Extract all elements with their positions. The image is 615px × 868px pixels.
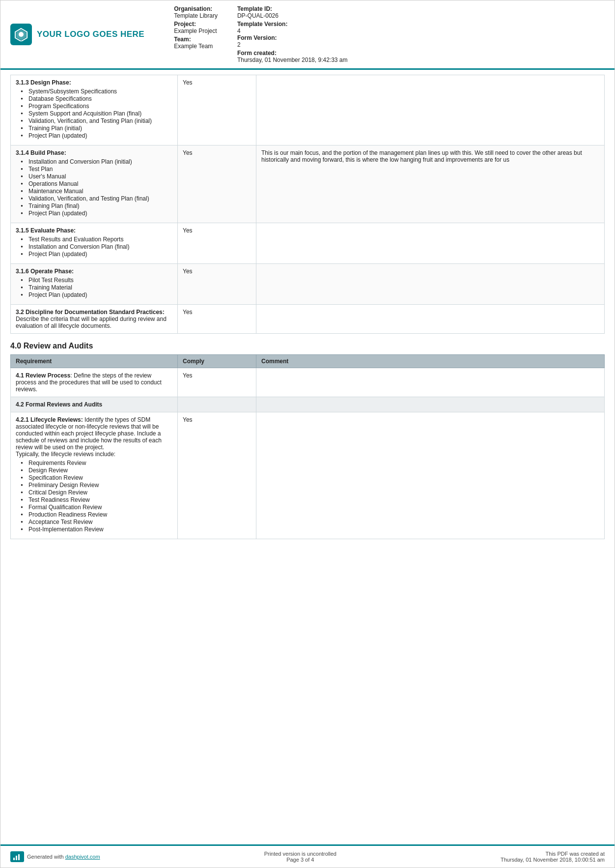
header-meta: Organisation: Template Library Project: …	[154, 5, 605, 63]
header-meta-left: Organisation: Template Library Project: …	[174, 5, 218, 63]
col-comply-header: Comply	[178, 355, 256, 368]
section-40-heading: 4.0 Review and Audits	[10, 342, 605, 350]
footer-logo-icon	[10, 851, 24, 862]
review-comply-cell-row_42	[178, 397, 256, 412]
col-comment-header: Comment	[256, 355, 605, 368]
main-content: 3.1.3 Design Phase:System/Subsystem Spec…	[0, 70, 615, 844]
logo-text: YOUR LOGO GOES HERE	[37, 29, 144, 39]
review-req-cell-row_41: 4.1 Review Process: Define the steps of …	[11, 368, 178, 397]
comply-cell-section_314: Yes	[178, 145, 256, 223]
footer-generated-text: Generated with dashpivot.com	[27, 854, 100, 860]
review-row-row_41: 4.1 Review Process: Define the steps of …	[11, 368, 605, 397]
svg-rect-3	[18, 854, 20, 860]
org-row: Organisation: Template Library	[174, 5, 218, 19]
footer-uncontrolled: Printed version is uncontrolled Page 3 o…	[264, 851, 336, 863]
footer-link[interactable]: dashpivot.com	[65, 854, 100, 860]
section-row-section_316: 3.1.6 Operate Phase:Pilot Test ResultsTr…	[11, 264, 605, 305]
comply-cell-section_315: Yes	[178, 223, 256, 264]
review-comment-cell-row_41	[256, 368, 605, 397]
section-row-section_313: 3.1.3 Design Phase:System/Subsystem Spec…	[11, 75, 605, 145]
comment-cell-section_313	[256, 75, 605, 145]
team-row: Team: Example Team	[174, 36, 218, 50]
logo-icon	[10, 24, 32, 45]
comment-cell-section_32	[256, 305, 605, 334]
section-row-section_315: 3.1.5 Evaluate Phase:Test Results and Ev…	[11, 223, 605, 264]
comply-cell-section_316: Yes	[178, 264, 256, 305]
logo-area: YOUR LOGO GOES HERE	[10, 5, 144, 63]
footer-pdf-created: This PDF was created at Thursday, 01 Nov…	[501, 851, 605, 863]
review-comment-cell-row_42	[256, 397, 605, 412]
svg-rect-2	[16, 856, 17, 860]
review-req-cell-row_42: 4.2 Formal Reviews and Audits	[11, 397, 178, 412]
comment-cell-section_314: This is our main focus, and the portion …	[256, 145, 605, 223]
form-created-row: Form created: Thursday, 01 November 2018…	[237, 50, 348, 63]
svg-rect-1	[13, 858, 15, 860]
template-version-row: Template Version: 4 Form Version: 2	[237, 21, 348, 48]
req-cell-section_316: 3.1.6 Operate Phase:Pilot Test ResultsTr…	[11, 264, 178, 305]
col-req-header: Requirement	[11, 355, 178, 368]
comply-cell-section_32: Yes	[178, 305, 256, 334]
review-table: Requirement Comply Comment 4.1 Review Pr…	[10, 354, 605, 539]
req-cell-section_314: 3.1.4 Build Phase:Installation and Conve…	[11, 145, 178, 223]
comply-cell-section_313: Yes	[178, 75, 256, 145]
svg-point-0	[19, 32, 24, 37]
template-id-row: Template ID: DP-QUAL-0026	[237, 5, 348, 19]
review-row-row_421: 4.2.1 Lifecycle Reviews: Identify the ty…	[11, 412, 605, 539]
review-table-header-row: Requirement Comply Comment	[11, 355, 605, 368]
req-cell-section_315: 3.1.5 Evaluate Phase:Test Results and Ev…	[11, 223, 178, 264]
project-row: Project: Example Project	[174, 21, 218, 34]
review-req-cell-row_421: 4.2.1 Lifecycle Reviews: Identify the ty…	[11, 412, 178, 539]
req-cell-section_313: 3.1.3 Design Phase:System/Subsystem Spec…	[11, 75, 178, 145]
section-row-section_32: 3.2 Discipline for Documentation Standar…	[11, 305, 605, 334]
page-header: YOUR LOGO GOES HERE Organisation: Templa…	[0, 0, 615, 70]
page-footer: Generated with dashpivot.com Printed ver…	[0, 844, 615, 868]
comment-cell-section_315	[256, 223, 605, 264]
sections-table: 3.1.3 Design Phase:System/Subsystem Spec…	[10, 75, 605, 334]
review-row-row_42: 4.2 Formal Reviews and Audits	[11, 397, 605, 412]
req-cell-section_32: 3.2 Discipline for Documentation Standar…	[11, 305, 178, 334]
comment-cell-section_316	[256, 264, 605, 305]
footer-logo: Generated with dashpivot.com	[10, 851, 100, 863]
section-row-section_314: 3.1.4 Build Phase:Installation and Conve…	[11, 145, 605, 223]
review-comply-cell-row_421: Yes	[178, 412, 256, 539]
header-meta-right: Template ID: DP-QUAL-0026 Template Versi…	[237, 5, 348, 63]
review-comment-cell-row_421	[256, 412, 605, 539]
review-comply-cell-row_41: Yes	[178, 368, 256, 397]
